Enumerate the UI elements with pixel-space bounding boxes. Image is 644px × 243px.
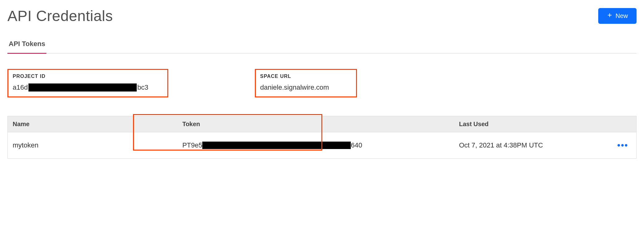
tab-label: API Tokens [9, 40, 45, 48]
token-suffix: 640 [351, 141, 362, 149]
col-header-lastused: Last Used [454, 116, 605, 132]
more-actions-icon[interactable]: ••• [617, 140, 631, 150]
project-id-value: a16d bc3 [13, 83, 162, 92]
space-url-block: SPACE URL daniele.signalwire.com [255, 69, 357, 97]
page-title: API Credentials [7, 7, 113, 24]
tokens-table: Name Token Last Used mytoken PT9e5 640 O… [7, 116, 637, 159]
project-id-prefix: a16d [13, 83, 28, 92]
col-header-token: Token [177, 116, 454, 132]
cell-name: mytoken [8, 132, 178, 159]
col-header-actions [605, 116, 637, 132]
table-row: mytoken PT9e5 640 Oct 7, 2021 at 4:38PM … [8, 132, 637, 159]
new-button-label: New [616, 12, 628, 19]
col-header-name: Name [8, 116, 178, 132]
cell-lastused: Oct 7, 2021 at 4:38PM UTC [454, 132, 605, 159]
cell-token: PT9e5 640 [177, 132, 454, 159]
redacted-bar [202, 142, 351, 149]
plus-icon [607, 12, 612, 19]
space-url-value: daniele.signalwire.com [260, 83, 350, 92]
project-id-suffix: bc3 [137, 83, 148, 92]
table-header-row: Name Token Last Used [8, 116, 637, 132]
project-id-block: PROJECT ID a16d bc3 [7, 69, 168, 97]
tabs-bar: API Tokens [7, 40, 637, 53]
cell-actions: ••• [605, 132, 637, 159]
tab-api-tokens[interactable]: API Tokens [7, 40, 46, 54]
project-id-label: PROJECT ID [13, 74, 162, 79]
table-wrapper: Name Token Last Used mytoken PT9e5 640 O… [7, 116, 637, 159]
space-url-label: SPACE URL [260, 74, 350, 79]
token-prefix: PT9e5 [182, 141, 202, 149]
redacted-bar [28, 83, 137, 92]
new-button[interactable]: New [598, 8, 637, 24]
info-row: PROJECT ID a16d bc3 SPACE URL daniele.si… [7, 69, 637, 97]
page-header: API Credentials New [7, 7, 637, 24]
